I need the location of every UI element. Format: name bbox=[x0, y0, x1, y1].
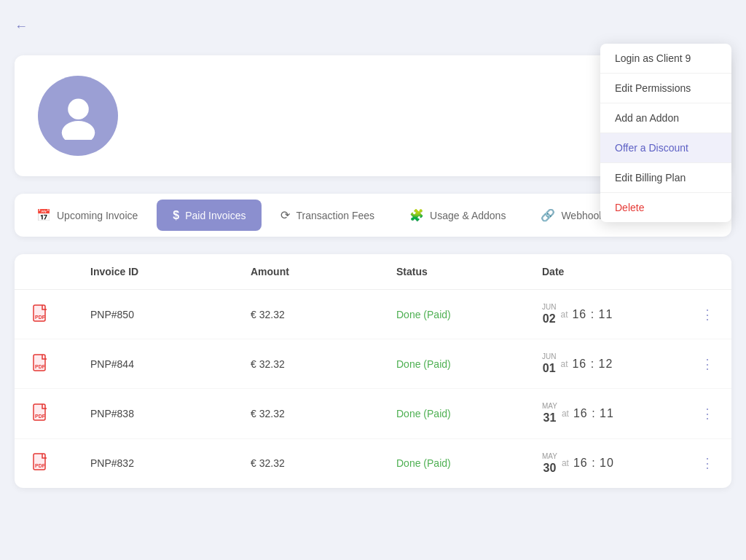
svg-point-0 bbox=[68, 98, 89, 119]
dropdown-item-delete[interactable]: Delete bbox=[600, 193, 731, 222]
date-month: MAY bbox=[542, 452, 557, 461]
invoice-amount: € 32.32 bbox=[251, 309, 396, 320]
dropdown-item-edit-billing-plan[interactable]: Edit Billing Plan bbox=[600, 163, 731, 193]
invoice-date: MAY 31 at 16 : 11 bbox=[542, 402, 685, 425]
tab-label: Upcoming Invoice bbox=[57, 210, 138, 221]
date-at: at bbox=[562, 409, 569, 419]
table-row: PDF PNP#844 € 32.32 Done (Paid) JUN 01 a… bbox=[15, 339, 731, 389]
billing-plan-group bbox=[141, 130, 307, 133]
invoice-amount: € 32.32 bbox=[251, 408, 396, 419]
row-more-options-button[interactable]: ⋮ bbox=[685, 356, 714, 372]
avatar bbox=[38, 76, 118, 156]
date-day: 01 bbox=[543, 361, 556, 375]
pdf-icon[interactable]: PDF bbox=[32, 354, 52, 374]
row-more-options-button[interactable]: ⋮ bbox=[685, 406, 714, 422]
tab-transaction-fees[interactable]: ⟳Transaction Fees bbox=[264, 200, 390, 231]
tab-paid-invoices[interactable]: $Paid Invoices bbox=[157, 200, 262, 231]
date-at: at bbox=[562, 458, 569, 468]
date-day: 31 bbox=[543, 411, 557, 425]
table-row: PDF PNP#832 € 32.32 Done (Paid) MAY 30 a… bbox=[15, 439, 731, 488]
date-time: 16 : 10 bbox=[573, 457, 614, 470]
dropdown-item-offer-a-discount[interactable]: Offer a Discount bbox=[600, 133, 731, 163]
table-row: PDF PNP#850 € 32.32 Done (Paid) JUN 02 a… bbox=[15, 290, 731, 339]
header-actions-col bbox=[685, 266, 714, 277]
invoice-date: JUN 01 at 16 : 12 bbox=[542, 352, 685, 375]
svg-text:PDF: PDF bbox=[35, 414, 46, 419]
back-arrow-icon: ← bbox=[15, 19, 28, 34]
tab-upcoming-invoice[interactable]: 📅Upcoming Invoice bbox=[20, 200, 154, 231]
more-options-button[interactable] bbox=[708, 15, 731, 38]
svg-point-1 bbox=[61, 121, 95, 140]
invoice-date: JUN 02 at 16 : 11 bbox=[542, 303, 685, 326]
date-month: JUN bbox=[542, 303, 556, 312]
table-header: Invoice ID Amount Status Date bbox=[15, 254, 731, 290]
tab-icon: 📅 bbox=[36, 208, 51, 222]
header-invoice-id: Invoice ID bbox=[90, 266, 251, 277]
tab-label: Transaction Fees bbox=[296, 210, 374, 221]
tab-icon: 🧩 bbox=[409, 208, 424, 222]
date-at: at bbox=[560, 359, 568, 369]
row-more-options-button[interactable]: ⋮ bbox=[685, 455, 714, 471]
tab-icon: 🔗 bbox=[541, 208, 555, 222]
status-group bbox=[342, 130, 507, 133]
pdf-icon[interactable]: PDF bbox=[32, 403, 52, 424]
dropdown-item-login-as-client-9[interactable]: Login as Client 9 bbox=[600, 44, 731, 74]
header-date: Date bbox=[542, 266, 685, 277]
invoice-status: Done (Paid) bbox=[396, 408, 542, 419]
pdf-icon[interactable]: PDF bbox=[32, 304, 52, 325]
tab-label: Usage & Addons bbox=[430, 210, 506, 221]
invoice-id: PNP#838 bbox=[90, 408, 251, 419]
invoice-amount: € 32.32 bbox=[251, 457, 396, 469]
date-day: 02 bbox=[543, 312, 556, 326]
back-button[interactable]: ← bbox=[15, 19, 34, 34]
date-month: MAY bbox=[542, 402, 557, 411]
header-icon-col bbox=[32, 266, 90, 277]
date-day: 30 bbox=[543, 461, 557, 475]
date-time: 16 : 11 bbox=[572, 308, 613, 321]
dropdown-item-edit-permissions[interactable]: Edit Permissions bbox=[600, 74, 731, 103]
invoice-status: Done (Paid) bbox=[396, 309, 542, 320]
tab-icon: $ bbox=[173, 209, 179, 222]
name-group bbox=[141, 99, 307, 115]
page-header: ← bbox=[15, 15, 731, 38]
invoice-id: PNP#832 bbox=[90, 457, 251, 469]
dropdown-menu: Login as Client 9Edit PermissionsAdd an … bbox=[600, 44, 731, 222]
invoices-table: Invoice ID Amount Status Date PDF PNP#85… bbox=[15, 254, 731, 488]
invoice-amount: € 32.32 bbox=[251, 358, 396, 370]
svg-text:PDF: PDF bbox=[35, 463, 46, 468]
invoice-id: PNP#844 bbox=[90, 358, 251, 370]
pdf-icon[interactable]: PDF bbox=[32, 453, 52, 473]
invoice-date: MAY 30 at 16 : 10 bbox=[542, 452, 685, 475]
date-month: JUN bbox=[542, 352, 556, 361]
svg-text:PDF: PDF bbox=[35, 364, 46, 369]
tab-label: Paid Invoices bbox=[185, 210, 246, 221]
invoice-status: Done (Paid) bbox=[396, 358, 542, 370]
svg-text:PDF: PDF bbox=[35, 315, 46, 320]
date-time: 16 : 11 bbox=[573, 407, 614, 420]
dropdown-item-add-an-addon[interactable]: Add an Addon bbox=[600, 103, 731, 133]
header-status: Status bbox=[396, 266, 542, 277]
invoice-status: Done (Paid) bbox=[396, 457, 542, 469]
date-at: at bbox=[560, 309, 568, 320]
header-amount: Amount bbox=[251, 266, 396, 277]
tab-icon: ⟳ bbox=[280, 208, 290, 222]
invoice-id: PNP#850 bbox=[90, 309, 251, 320]
country-group bbox=[342, 99, 507, 115]
tab-usage-&-addons[interactable]: 🧩Usage & Addons bbox=[393, 200, 522, 231]
row-more-options-button[interactable]: ⋮ bbox=[685, 307, 714, 323]
date-time: 16 : 12 bbox=[572, 358, 613, 371]
table-row: PDF PNP#838 € 32.32 Done (Paid) MAY 31 a… bbox=[15, 389, 731, 438]
table-body: PDF PNP#850 € 32.32 Done (Paid) JUN 02 a… bbox=[15, 290, 731, 488]
